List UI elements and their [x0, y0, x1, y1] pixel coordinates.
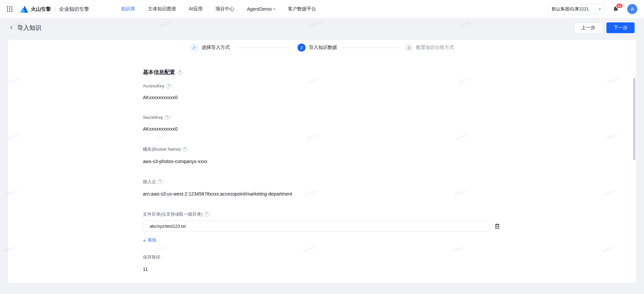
nav-item-knowledge-graph[interactable]: 主体知识图谱 [148, 6, 176, 12]
content-card: ✓ 选择导入方式 2 导入知识数据 3 配置知识分段方式 基本信息配置 ? Ac… [8, 40, 636, 283]
step-label: 配置知识分段方式 [416, 45, 454, 51]
next-step-button[interactable]: 下一步 [606, 22, 635, 33]
nav-item-agent-demo[interactable]: AgentDemo ▾ [247, 6, 275, 12]
nav-item-knowledge-base[interactable]: 知识库 [121, 6, 135, 12]
field-secretkey: SecretKey ? : AKxxxxxxxxxxx0 [143, 115, 636, 132]
tenant-select-value: 默认集团/白屏2221 [552, 6, 589, 12]
field-label-text: 桶名(Bucket Name) [143, 146, 181, 152]
help-icon[interactable]: ? [158, 179, 162, 184]
topbar-right: 默认集团/白屏2221 ▾ 42 A [548, 4, 637, 14]
plus-icon: + [143, 238, 146, 243]
field-save-path: 保存路径: 11 [143, 254, 636, 273]
add-directory-link[interactable]: + 添加 [143, 237, 156, 243]
topbar: 火山引擎 | 企业知识引擎 知识库 主体知识图谱 AI应用 项目中心 Agent… [0, 0, 644, 18]
vertical-scrollbar-thumb[interactable] [633, 78, 635, 160]
field-colon: : [163, 179, 165, 185]
step-number: 3 [405, 44, 413, 52]
field-colon: : [161, 254, 163, 260]
nav-item-customer-data-platform[interactable]: 客户数据平台 [288, 6, 316, 12]
help-icon[interactable]: ? [182, 147, 187, 152]
file-directory-input[interactable] [143, 221, 489, 232]
nav-label: AI应用 [189, 6, 203, 12]
chevron-down-icon: ▾ [599, 7, 601, 11]
section-title-text: 基本信息配置 [143, 69, 175, 76]
field-label-text: SecretKey [143, 115, 163, 120]
nav-item-ai-apps[interactable]: AI应用 [189, 6, 203, 12]
brand-divider: | [54, 6, 56, 12]
step-label: 导入知识数据 [309, 45, 337, 51]
brand-name: 火山引擎 [31, 6, 51, 12]
field-bucket-name: 桶名(Bucket Name) ? : aws-s3-photos-compan… [143, 146, 636, 165]
field-value: aws-s3-photos-companyx-xxxx [143, 158, 636, 165]
page-title: 导入知识 [17, 24, 41, 32]
help-icon[interactable]: ? [177, 70, 182, 75]
header-actions: 上一步 下一步 [574, 22, 635, 33]
step-1-choose-import-method: ✓ 选择导入方式 [190, 44, 230, 52]
step-connector [342, 48, 399, 48]
help-icon[interactable]: ? [165, 115, 169, 120]
field-label: 文件目录(仅支持读取一级目录) ? : [143, 211, 636, 217]
field-label: AccessKey ? : [143, 83, 636, 88]
step-2-import-knowledge-data: 2 导入知识数据 [298, 44, 337, 52]
section-title: 基本信息配置 ? [143, 69, 636, 76]
trash-icon[interactable] [494, 223, 500, 229]
tenant-select[interactable]: 默认集团/白屏2221 ▾ [548, 4, 604, 14]
field-label-text: AccessKey [143, 83, 164, 88]
field-file-directory: 文件目录(仅支持读取一级目录) ? : + 添加 [143, 211, 636, 243]
prev-step-button[interactable]: 上一步 [574, 22, 602, 33]
stepper: ✓ 选择导入方式 2 导入知识数据 3 配置知识分段方式 [8, 40, 636, 52]
nav-label: 客户数据平台 [288, 6, 316, 12]
chevron-down-icon: ▾ [273, 7, 275, 11]
field-value: arn:aws:s3:us-west-2:12345678xxxx:access… [143, 191, 636, 197]
step-label: 选择导入方式 [202, 45, 230, 51]
add-label: 添加 [148, 237, 156, 243]
field-label-text: 保存路径 [143, 254, 160, 260]
help-icon[interactable]: ? [166, 84, 171, 88]
field-accesskey: AccessKey ? : AKxxxxxxxxxxx0 [143, 83, 636, 101]
field-access-point: 接入点 ? : arn:aws:s3:us-west-2:12345678xxx… [143, 179, 636, 197]
field-label-text: 文件目录(仅支持读取一级目录) [143, 211, 203, 217]
nav-label: 项目中心 [215, 6, 234, 12]
page-header: ‹ 导入知识 上一步 下一步 [0, 18, 644, 37]
check-icon: ✓ [190, 44, 198, 52]
field-colon: : [170, 115, 172, 120]
step-number: 2 [298, 44, 306, 52]
help-icon[interactable]: ? [204, 212, 209, 217]
top-navigation: 知识库 主体知识图谱 AI应用 项目中心 AgentDemo ▾ 客户数据平台 [121, 6, 316, 12]
app-grid-icon[interactable] [7, 6, 13, 12]
volcengine-logo-icon [20, 6, 28, 13]
back-icon[interactable]: ‹ [10, 24, 12, 31]
field-value: AKxxxxxxxxxxx0 [143, 126, 636, 132]
field-label: 接入点 ? : [143, 179, 636, 185]
field-colon: : [188, 147, 190, 152]
product-name: 企业知识引擎 [59, 6, 89, 12]
user-avatar[interactable]: A [627, 4, 637, 14]
basic-info-form: 基本信息配置 ? AccessKey ? : AKxxxxxxxxxxx0 Se… [143, 52, 636, 273]
field-label: SecretKey ? : [143, 115, 636, 120]
nav-label: 知识库 [121, 6, 135, 12]
field-label-text: 接入点 [143, 179, 156, 185]
field-colon: : [210, 212, 211, 217]
field-label: 保存路径: [143, 254, 636, 260]
field-value: AKxxxxxxxxxxx0 [143, 94, 636, 101]
field-colon: : [172, 83, 173, 88]
field-value: 11 [143, 266, 636, 273]
nav-label: 主体知识图谱 [148, 6, 176, 12]
step-connector [235, 48, 292, 48]
step-3-configure-segmentation: 3 配置知识分段方式 [405, 44, 454, 52]
nav-item-project-center[interactable]: 项目中心 [215, 6, 234, 12]
field-label: 桶名(Bucket Name) ? : [143, 146, 636, 152]
file-directory-row [143, 221, 636, 232]
notification-bell[interactable]: 42 [612, 6, 619, 12]
notification-badge: 42 [616, 3, 623, 9]
nav-label: AgentDemo [247, 6, 272, 12]
